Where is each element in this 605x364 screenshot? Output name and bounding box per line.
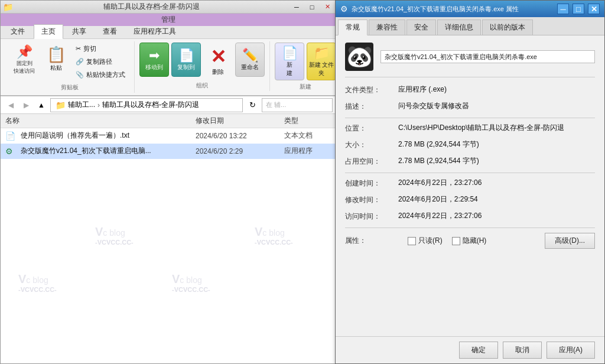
search-box[interactable]: 在 辅...: [262, 98, 333, 112]
props-title-icon: ⚙: [340, 4, 348, 14]
organize-label: 组织: [196, 79, 208, 90]
props-row-location: 位置： C:\Users\HP\Desktop\辅助工具以及存档-全屏-防闪退: [345, 123, 595, 134]
file-list-area: 名称 修改日期 类型 📄 使用问题说明（推荐先看一遍）.txt 2024/6/2…: [1, 114, 336, 363]
props-attr-row: 属性： 只读(R) 隐藏(H) 高级(D)...: [345, 233, 595, 249]
delete-button[interactable]: ✕ 删除: [203, 43, 233, 79]
file-row[interactable]: 📄 使用问题说明（推荐先看一遍）.txt 2024/6/20 13:22 文本文…: [1, 128, 336, 144]
props-value-created: 2024年6月22日，23:27:06: [398, 178, 595, 188]
props-label-location: 位置：: [345, 123, 398, 134]
paste-icon: 📋: [47, 46, 66, 64]
ok-button[interactable]: 确定: [459, 342, 498, 359]
props-content: 🐼 文件类型： 应用程序 (.exe) 描述： 问号杂交版专属修改器 位置： C…: [336, 35, 604, 336]
col-name-header[interactable]: 名称: [5, 116, 196, 126]
rename-icon: ✏️: [242, 48, 258, 63]
delete-icon: ✕: [210, 46, 226, 68]
props-label-size: 大小：: [345, 139, 398, 150]
attr-readonly-checkbox[interactable]: 只读(R): [408, 236, 443, 246]
tab-file[interactable]: 文件: [3, 24, 32, 38]
file-row[interactable]: ⚙ 杂交版魔竹v21.04_初次下载请重启电脑... 2024/6/20 2:2…: [1, 144, 336, 159]
refresh-button[interactable]: ↻: [245, 98, 259, 112]
checkbox-readonly[interactable]: [408, 237, 416, 245]
new-item-button[interactable]: 📄 新建: [275, 43, 304, 80]
props-value-used: 2.78 MB (2,924,544 字节): [398, 156, 595, 166]
props-tab-previous[interactable]: 以前的版本: [482, 20, 533, 35]
props-label-filetype: 文件类型：: [345, 84, 398, 95]
file-name-0: 使用问题说明（推荐先看一遍）.txt: [21, 131, 196, 141]
props-row-modified: 修改时间： 2024年6月20日，2:29:54: [345, 194, 595, 205]
titlebar-icons: 📁: [3, 2, 13, 12]
col-date-header[interactable]: 修改日期: [196, 116, 284, 126]
explorer-icon: 📁: [3, 2, 13, 12]
attr-hidden-checkbox[interactable]: 隐藏(H): [452, 236, 487, 246]
paste-group: 📋 粘贴: [43, 43, 69, 75]
props-label-desc: 描述：: [345, 101, 398, 112]
path-separator: ›: [97, 101, 100, 109]
file-list-header: 名称 修改日期 类型: [1, 114, 336, 128]
tab-home[interactable]: 主页: [34, 24, 63, 39]
tab-share[interactable]: 共享: [64, 24, 94, 38]
tab-view[interactable]: 查看: [95, 24, 125, 38]
copy-icon: 📄: [178, 48, 194, 63]
up-button[interactable]: ▲: [35, 99, 48, 112]
props-tab-general[interactable]: 常规: [338, 20, 367, 35]
props-value-accessed: 2024年6月22日，23:27:06: [398, 211, 595, 221]
file-date-0: 2024/6/20 13:22: [196, 132, 284, 140]
move-label: 移动到: [145, 63, 163, 72]
new-item-label: 新建: [287, 61, 292, 77]
forward-button[interactable]: ▶: [19, 99, 32, 112]
col-type-header[interactable]: 类型: [284, 116, 331, 126]
address-path[interactable]: 📁 辅助工... › 辅助工具以及存档-全屏-防闪退: [50, 98, 243, 112]
props-tab-details[interactable]: 详细信息: [437, 20, 481, 35]
pin-to-quickaccess-button[interactable]: 📌 固定到快速访问: [10, 43, 38, 77]
props-close-button[interactable]: ✕: [588, 4, 600, 14]
props-row-size: 大小： 2.78 MB (2,924,544 字节): [345, 139, 595, 150]
props-tab-security[interactable]: 安全: [406, 20, 436, 35]
apply-button[interactable]: 应用(A): [547, 342, 595, 359]
props-row-created: 创建时间： 2024年6月22日，23:27:06: [345, 178, 595, 188]
clipboard-label: 剪贴板: [61, 81, 79, 92]
address-folder-icon: 📁: [56, 100, 66, 110]
props-label-created: 创建时间：: [345, 178, 398, 188]
props-value-filetype: 应用程序 (.exe): [398, 84, 595, 95]
props-value-desc: 问号杂交版专属修改器: [398, 101, 595, 111]
props-maximize-button[interactable]: □: [573, 4, 584, 14]
cut-icon: ✂: [76, 45, 81, 53]
back-button[interactable]: ◀: [4, 99, 17, 112]
copy-label: 复制到: [177, 63, 195, 72]
cut-label: 剪切: [83, 44, 96, 53]
checkbox-hidden[interactable]: [452, 237, 460, 245]
move-to-button[interactable]: ➡ 移动到: [139, 43, 169, 77]
file-date-1: 2024/6/20 2:29: [196, 147, 284, 155]
copy-path-button[interactable]: 🔗 复制路径: [71, 56, 129, 68]
advanced-button[interactable]: 高级(D)...: [545, 233, 595, 249]
minimize-button[interactable]: ─: [290, 2, 303, 12]
rename-button[interactable]: ✏️ 重命名: [235, 43, 265, 77]
copy-to-button[interactable]: 📄 复制到: [171, 43, 201, 77]
paste-shortcut-label: 粘贴快捷方式: [86, 70, 125, 79]
cut-copy-col: ✂ 剪切 🔗 复制路径 📎 粘贴快捷方式: [71, 43, 129, 81]
paste-shortcut-button[interactable]: 📎 粘贴快捷方式: [71, 69, 129, 81]
maximize-button[interactable]: □: [305, 2, 318, 12]
props-minimize-button[interactable]: ─: [557, 4, 569, 14]
props-titlebar: ⚙ 杂交版魔竹v21.04_初次下载请重启电脑关闭杀毒.exe 属性 ─ □ ✕: [336, 1, 604, 17]
props-title-text: 杂交版魔竹v21.04_初次下载请重启电脑关闭杀毒.exe 属性: [352, 5, 554, 14]
organize-content: ➡ 移动到 📄 复制到 ✕ 删除 ✏️ 重命名: [139, 43, 265, 79]
ribbon-tabs: 文件 主页 共享 查看 应用程序工具: [1, 26, 336, 39]
separator2: [345, 173, 595, 173]
close-button[interactable]: ✕: [321, 2, 334, 12]
properties-dialog: ⚙ 杂交版魔竹v21.04_初次下载请重启电脑关闭杀毒.exe 属性 ─ □ ✕…: [335, 0, 605, 364]
props-value-modified: 2024年6月20日，2:29:54: [398, 194, 595, 204]
file-type-0: 文本文档: [284, 131, 331, 141]
new-folder-label: 新建 文件夹: [308, 61, 334, 77]
new-folder-button[interactable]: 📁 新建 文件夹: [307, 43, 336, 80]
paste-button[interactable]: 📋 粘贴: [43, 43, 69, 75]
cut-button[interactable]: ✂ 剪切: [71, 43, 129, 55]
paste-label: 粘贴: [50, 64, 62, 72]
copy-path-icon: 🔗: [76, 58, 84, 66]
props-file-name-input[interactable]: [380, 50, 595, 63]
props-tabs: 常规 兼容性 安全 详细信息 以前的版本: [336, 17, 604, 35]
props-tab-compat[interactable]: 兼容性: [369, 20, 405, 35]
hidden-label: 隐藏(H): [463, 236, 487, 246]
tab-apptools[interactable]: 应用程序工具: [126, 24, 184, 38]
cancel-button[interactable]: 取消: [503, 342, 542, 359]
